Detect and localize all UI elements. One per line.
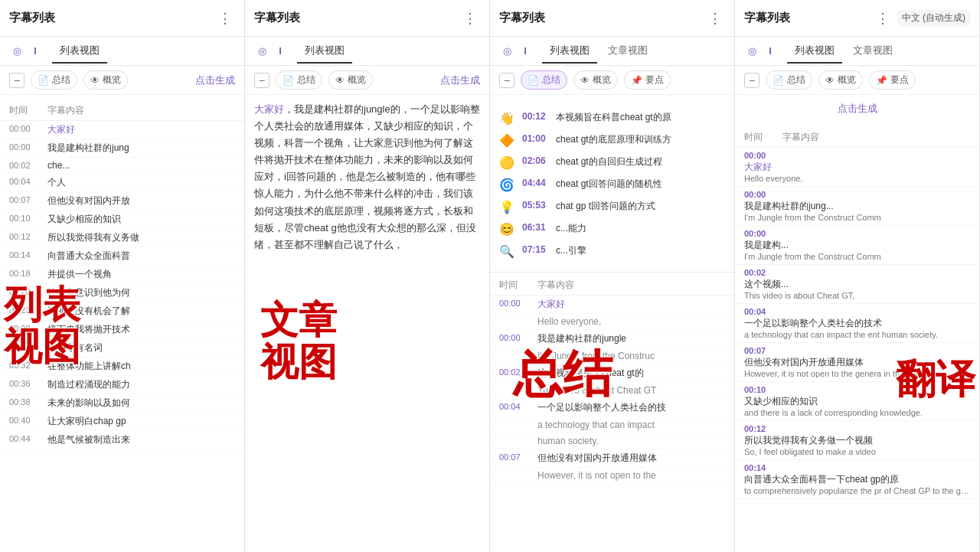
overview-icon-1: 👁 bbox=[90, 75, 100, 86]
article-link-text[interactable]: 大家好 bbox=[254, 103, 284, 115]
minus-btn-4[interactable]: − bbox=[744, 73, 760, 88]
table-row[interactable]: 00:23让那些没有机会了解 bbox=[0, 302, 244, 321]
bilingual-row[interactable]: 00:04 一个足以影响整个人类社会的技术 a technology that … bbox=[735, 304, 979, 343]
text-icon-3[interactable]: I bbox=[518, 44, 533, 59]
tab-article-view-4[interactable]: 文章视图 bbox=[845, 39, 900, 64]
table-row[interactable]: 00:30少用专有名词 bbox=[0, 339, 244, 358]
chip-summary-2[interactable]: 📄 总结 bbox=[276, 70, 322, 90]
compass-icon-4[interactable]: ◎ bbox=[744, 44, 760, 59]
chip-overview-4[interactable]: 👁 概览 bbox=[818, 70, 863, 90]
table-row[interactable]: However, it is not open to the bbox=[490, 468, 734, 484]
table-row[interactable]: 00:12所以我觉得我有义务做 bbox=[0, 229, 244, 247]
table-row[interactable]: 00:38未来的影响以及如何 bbox=[0, 394, 244, 413]
bilingual-row[interactable]: 00:00 大家好 Hello everyone, bbox=[735, 148, 979, 187]
overview-list-3: 👋 00:12 本视频旨在科普cheat gt的原 🔶 01:00 cheat … bbox=[490, 101, 734, 269]
tab-list-view-2[interactable]: 列表视图 bbox=[297, 39, 352, 64]
compass-icon-2[interactable]: ◎ bbox=[254, 44, 270, 59]
table-row[interactable]: 00:02这个视频是关于cheat gt的 bbox=[490, 364, 734, 383]
table-row[interactable]: 00:18并提供一个视角 bbox=[0, 266, 244, 284]
table-row[interactable]: 00:00大家好 bbox=[0, 121, 244, 139]
panel-4-title: 字幕列表 bbox=[744, 11, 868, 25]
panel-3-action-bar: − 📄 总结 👁 概览 📌 要点 bbox=[490, 66, 734, 95]
panel-2-header: 字幕列表 ⋮ bbox=[245, 0, 489, 37]
table-row[interactable]: 00:07但他没有对国内开放通用媒体 bbox=[490, 449, 734, 468]
chip-summary-3[interactable]: 📄 总结 bbox=[521, 70, 567, 90]
table-row[interactable]: a technology that can impact bbox=[490, 417, 734, 433]
table-row[interactable]: 00:40让大家明白chap gp bbox=[0, 413, 244, 431]
table-row[interactable]: Hello everyone, bbox=[490, 314, 734, 330]
panel-4-menu-icon[interactable]: ⋮ bbox=[873, 8, 893, 28]
panel-1-menu-icon[interactable]: ⋮ bbox=[215, 8, 235, 28]
keypoints-icon-3: 📌 bbox=[631, 75, 642, 86]
chip-overview-2[interactable]: 👁 概览 bbox=[328, 70, 373, 90]
bilingual-row[interactable]: 00:10 又缺少相应的知识 and there is a lack of co… bbox=[735, 382, 979, 421]
generate-link-4[interactable]: 点击生成 bbox=[838, 103, 877, 114]
tab-icon-group-1: ◎ I bbox=[9, 44, 43, 59]
table-row[interactable]: 00:04个人 bbox=[0, 174, 244, 192]
generate-area-4: 点击生成 bbox=[735, 95, 979, 122]
table-row[interactable]: 00:28接下来我将抛开技术 bbox=[0, 321, 244, 339]
panel-4-tab-bar: ◎ I 列表视图 文章视图 bbox=[735, 37, 979, 66]
minus-btn-2[interactable]: − bbox=[254, 73, 270, 88]
tab-list-view-1[interactable]: 列表视图 bbox=[52, 39, 107, 64]
panel-3-content: 👋 00:12 本视频旨在科普cheat gt的原 🔶 01:00 cheat … bbox=[490, 95, 734, 552]
text-icon-1[interactable]: I bbox=[28, 44, 43, 59]
text-icon-2[interactable]: I bbox=[273, 44, 288, 59]
panel-2-menu-icon[interactable]: ⋮ bbox=[460, 8, 480, 28]
panel-1-title: 字幕列表 bbox=[9, 11, 211, 25]
table-row[interactable]: 00:00我是建构社群的jung bbox=[0, 139, 244, 158]
tab-icon-group-3: ◎ I bbox=[499, 44, 533, 59]
table-row[interactable]: 00:07但他没有对国内开放 bbox=[0, 192, 244, 211]
table-row[interactable]: 00:20让大家意识到他为何 bbox=[0, 284, 244, 302]
text-icon-4[interactable]: I bbox=[763, 44, 778, 59]
overview-item[interactable]: 🔶 01:00 cheat gt的底层原理和训练方 bbox=[490, 129, 734, 152]
minus-btn-1[interactable]: − bbox=[9, 73, 24, 88]
table-row[interactable]: 00:00大家好 bbox=[490, 296, 734, 314]
panel-3-menu-icon[interactable]: ⋮ bbox=[705, 8, 725, 28]
table-row[interactable]: I'm Jungle from the Construc bbox=[490, 348, 734, 364]
overview-item[interactable]: 😊 06:31 c...能力 bbox=[490, 218, 734, 240]
bilingual-row[interactable]: 00:14 向普通大众全面科普一下cheat gp的原 to comprehen… bbox=[735, 460, 979, 499]
table-row[interactable]: 00:32在整体功能上讲解ch bbox=[0, 358, 244, 376]
table-row[interactable]: 00:00我是建构社群的jungle bbox=[490, 330, 734, 348]
generate-link-1[interactable]: 点击生成 bbox=[195, 73, 235, 87]
compass-icon-1[interactable]: ◎ bbox=[9, 44, 24, 59]
table-row[interactable]: 00:10又缺少相应的知识 bbox=[0, 211, 244, 229]
tab-list-view-4[interactable]: 列表视图 bbox=[787, 39, 842, 64]
bilingual-row[interactable]: 00:02 这个视频... This video is about Cheat … bbox=[735, 265, 979, 304]
compass-icon-3[interactable]: ◎ bbox=[499, 44, 514, 59]
table-row[interactable]: 00:02che... bbox=[0, 158, 244, 174]
chip-summary-1[interactable]: 📄 总结 bbox=[31, 70, 77, 90]
overview-item[interactable]: 🌀 04:44 cheat gt回答问题的随机性 bbox=[490, 174, 734, 196]
panel-2-title: 字幕列表 bbox=[254, 11, 456, 25]
section-divider bbox=[490, 272, 734, 273]
chip-keypoints-3[interactable]: 📌 要点 bbox=[624, 70, 671, 90]
panel-1-content: 时间 字幕内容 00:00大家好 00:00我是建构社群的jung 00:02c… bbox=[0, 95, 244, 552]
overview-item[interactable]: 🔍 07:15 c...引擎 bbox=[490, 240, 734, 263]
table-row[interactable]: This video is about Cheat GT bbox=[490, 383, 734, 399]
bilingual-row[interactable]: 00:00 我是建构社群的jung... I'm Jungle from the… bbox=[735, 187, 979, 226]
bilingual-row[interactable]: 00:00 我是建构... I'm Jungle from the Constr… bbox=[735, 226, 979, 265]
table-row[interactable]: human society. bbox=[490, 433, 734, 449]
bilingual-row[interactable]: 00:12 所以我觉得我有义务做一个视频 So, I feel obligate… bbox=[735, 421, 979, 460]
tab-article-view-3[interactable]: 文章视图 bbox=[600, 39, 655, 64]
panel-2-article: 大家好，我是建构社群的jungle的，一个足以影响整个人类社会的放通用媒体，又缺… bbox=[245, 95, 489, 552]
panel-3-tab-bar: ◎ I 列表视图 文章视图 bbox=[490, 37, 734, 66]
panel-2-tab-bar: ◎ I 列表视图 bbox=[245, 37, 489, 66]
tab-list-view-3[interactable]: 列表视图 bbox=[542, 39, 597, 64]
overview-item[interactable]: 🟡 02:06 cheat gt的自回归生成过程 bbox=[490, 152, 734, 174]
overview-item[interactable]: 👋 00:12 本视频旨在科普cheat gt的原 bbox=[490, 107, 734, 129]
table-row[interactable]: 00:14向普通大众全面科普 bbox=[0, 247, 244, 266]
table-row[interactable]: 00:36制造过程涌现的能力 bbox=[0, 376, 244, 394]
table-row[interactable]: 00:04一个足以影响整个人类社会的技 bbox=[490, 399, 734, 417]
chip-overview-1[interactable]: 👁 概览 bbox=[83, 70, 128, 90]
generate-link-2[interactable]: 点击生成 bbox=[440, 73, 480, 87]
minus-btn-3[interactable]: − bbox=[499, 73, 514, 88]
overview-item[interactable]: 💡 05:53 chat gp t回答问题的方式 bbox=[490, 196, 734, 218]
chip-summary-4[interactable]: 📄 总结 bbox=[766, 70, 812, 90]
panel-4-action-bar: − 📄 总结 👁 概览 📌 要点 bbox=[735, 66, 979, 95]
bilingual-row[interactable]: 00:07 但他没有对国内开放通用媒体 However, it is not o… bbox=[735, 343, 979, 382]
chip-overview-3[interactable]: 👁 概览 bbox=[573, 70, 618, 90]
table-row[interactable]: 00:44他是气候被制造出来 bbox=[0, 431, 244, 449]
chip-keypoints-4[interactable]: 📌 要点 bbox=[869, 70, 916, 90]
